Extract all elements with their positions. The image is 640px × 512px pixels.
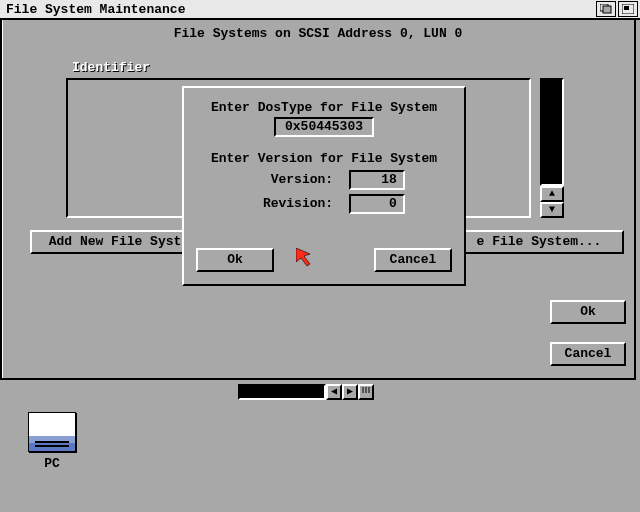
dostype-dialog: Enter DosType for File System 0x50445303… bbox=[182, 86, 466, 286]
svg-rect-3 bbox=[624, 6, 629, 10]
dialog-cancel-button[interactable]: Cancel bbox=[374, 248, 452, 272]
svg-rect-1 bbox=[603, 6, 611, 13]
pointer-icon bbox=[296, 248, 320, 272]
svg-marker-4 bbox=[296, 248, 310, 266]
slider-right-icon[interactable]: ▶ bbox=[342, 384, 358, 400]
revision-input[interactable]: 0 bbox=[349, 194, 405, 214]
add-new-file-system-button[interactable]: Add New File Syst bbox=[30, 230, 200, 254]
disk-icon[interactable]: PC bbox=[22, 412, 82, 471]
slider-track[interactable] bbox=[238, 384, 326, 400]
dostype-label: Enter DosType for File System bbox=[194, 100, 454, 115]
slider-left-icon[interactable]: ◀ bbox=[326, 384, 342, 400]
main-cancel-button[interactable]: Cancel bbox=[550, 342, 626, 366]
screen-title: File System Maintenance bbox=[0, 2, 185, 17]
version-input[interactable]: 18 bbox=[349, 170, 405, 190]
identifier-scrollbar: ▲ ▼ bbox=[540, 78, 564, 218]
harddisk-icon bbox=[28, 412, 76, 452]
page-title: File Systems on SCSI Address 0, LUN 0 bbox=[2, 20, 634, 43]
screen-menu-bar: File System Maintenance bbox=[0, 0, 640, 20]
zoom-gadget-icon[interactable] bbox=[618, 1, 638, 17]
update-file-system-button[interactable]: e File System... bbox=[454, 230, 624, 254]
screen-gadgets bbox=[596, 1, 640, 17]
revision-field-label: Revision: bbox=[243, 196, 333, 211]
version-section-label: Enter Version for File System bbox=[194, 151, 454, 166]
main-ok-button[interactable]: Ok bbox=[550, 300, 626, 324]
scroll-track[interactable] bbox=[540, 78, 564, 186]
identifier-label: Identifier bbox=[72, 60, 150, 75]
bottom-slider: ◀ ▶ bbox=[238, 384, 374, 400]
dostype-input[interactable]: 0x50445303 bbox=[274, 117, 374, 137]
scroll-up-icon[interactable]: ▲ bbox=[540, 186, 564, 202]
disk-label: PC bbox=[22, 456, 82, 471]
slider-grip-icon[interactable] bbox=[358, 384, 374, 400]
scroll-down-icon[interactable]: ▼ bbox=[540, 202, 564, 218]
version-field-label: Version: bbox=[243, 172, 333, 187]
main-window: File Systems on SCSI Address 0, LUN 0 Id… bbox=[0, 20, 636, 380]
dialog-ok-button[interactable]: Ok bbox=[196, 248, 274, 272]
depth-gadget-icon[interactable] bbox=[596, 1, 616, 17]
